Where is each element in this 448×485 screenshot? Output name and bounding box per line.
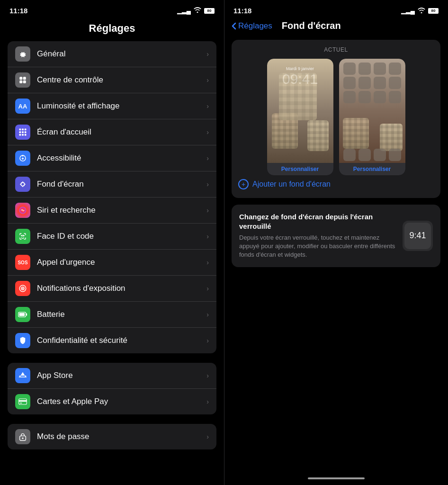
- lock-personaliser-btn[interactable]: Personnaliser: [267, 163, 333, 175]
- appstore-label: App Store: [37, 371, 206, 380]
- app-icon: [343, 63, 356, 75]
- signal-icon: ▁▂▄: [177, 7, 191, 14]
- settings-group-security: Mots de passe ›: [8, 424, 216, 449]
- app-icon: [374, 91, 386, 103]
- luminosite-label: Luminosité et affichage: [37, 101, 206, 111]
- controle-label: Centre de contrôle: [37, 75, 206, 85]
- settings-item-appstore[interactable]: App Store ›: [8, 363, 216, 389]
- siri-icon: [15, 203, 30, 218]
- home-screen-bg: [339, 59, 405, 163]
- left-status-right: ▁▂▄ 80: [177, 7, 215, 14]
- settings-item-access[interactable]: Accessibilité ›: [8, 145, 216, 171]
- batterie-label: Batterie: [37, 310, 206, 319]
- cartes-label: Cartes et Apple Pay: [37, 397, 206, 406]
- lock-screen-preview: Mardi 9 janvier 09:41: [267, 59, 333, 175]
- right-battery-icon: 80: [428, 8, 439, 14]
- tip-text: Changez de fond d'écran depuis l'écran v…: [239, 212, 397, 260]
- luminosite-icon: AA: [15, 99, 30, 114]
- dock-icon: [358, 149, 371, 161]
- appstore-chevron: ›: [206, 372, 209, 379]
- panel-divider: [224, 0, 224, 485]
- tip-title: Changez de fond d'écran depuis l'écran v…: [239, 212, 397, 231]
- back-button[interactable]: Réglages: [232, 21, 272, 31]
- tip-desc: Depuis votre écran verrouillé, touchez e…: [239, 234, 397, 260]
- right-page-title: Fond d'écran: [282, 20, 341, 31]
- back-label: Réglages: [238, 21, 272, 31]
- home-face-blur-1: [343, 118, 369, 149]
- face-blur-2: [307, 120, 329, 151]
- general-label: Général: [37, 49, 206, 59]
- app-icon: [389, 91, 401, 103]
- home-personaliser-btn[interactable]: Personnaliser: [339, 163, 405, 175]
- settings-item-notifexp[interactable]: Notifications d'exposition ›: [8, 276, 216, 302]
- right-home-indicator: [308, 477, 365, 479]
- svg-rect-6: [25, 129, 27, 131]
- settings-item-wallpaper[interactable]: Fond d'écran ›: [8, 171, 216, 198]
- app-icon: [374, 77, 386, 89]
- svg-rect-0: [19, 77, 22, 80]
- left-page-title: Réglages: [0, 18, 224, 41]
- dock-icon: [374, 149, 386, 161]
- app-icon: [389, 77, 401, 89]
- svg-point-19: [24, 185, 25, 186]
- access-chevron: ›: [206, 154, 209, 162]
- sos-label: Appel d'urgence: [37, 258, 206, 267]
- notifexp-label: Notifications d'exposition: [37, 284, 206, 293]
- settings-item-faceid[interactable]: Face ID et code ›: [8, 224, 216, 250]
- settings-item-password[interactable]: Mots de passe ›: [8, 424, 216, 449]
- ecran-icon: [15, 125, 30, 140]
- add-wallpaper-icon: +: [238, 179, 249, 189]
- svg-rect-8: [22, 131, 24, 133]
- general-icon: [15, 46, 30, 62]
- app-icon: [343, 91, 356, 103]
- app-row-2: [343, 77, 401, 89]
- add-wallpaper-row[interactable]: + Ajouter un fond d'écran: [238, 175, 434, 191]
- password-label: Mots de passe: [37, 432, 206, 441]
- right-wifi-icon: [418, 7, 425, 15]
- ecran-label: Écran d'accueil: [37, 127, 206, 137]
- svg-rect-11: [22, 134, 24, 136]
- settings-group-main: Général › Centre de contrôle › AA Lumino…: [8, 41, 216, 353]
- right-content: ACTUEL Mardi 9 janvier 09:41: [224, 36, 448, 474]
- svg-rect-28: [26, 314, 27, 316]
- notifexp-chevron: ›: [206, 285, 209, 292]
- settings-item-privacy[interactable]: Confidentialité et sécurité ›: [8, 328, 216, 353]
- svg-rect-3: [23, 81, 26, 83]
- svg-rect-1: [23, 77, 26, 80]
- svg-point-22: [24, 235, 25, 236]
- privacy-label: Confidentialité et sécurité: [37, 336, 206, 345]
- settings-item-cartes[interactable]: Cartes et Apple Pay ›: [8, 389, 216, 414]
- siri-chevron: ›: [206, 207, 209, 214]
- wallpaper-chevron: ›: [206, 180, 209, 188]
- lock-screen-bg: Mardi 9 janvier 09:41: [267, 59, 333, 163]
- cartes-icon: [15, 394, 30, 409]
- svg-point-21: [21, 235, 22, 236]
- batterie-chevron: ›: [206, 311, 209, 318]
- batterie-icon: [15, 307, 30, 322]
- svg-rect-7: [19, 131, 21, 133]
- settings-item-luminosite[interactable]: AA Luminosité et affichage ›: [8, 93, 216, 119]
- dock: [343, 149, 401, 161]
- settings-item-batterie[interactable]: Batterie ›: [8, 302, 216, 328]
- ecran-chevron: ›: [206, 128, 209, 136]
- right-panel: 11:18 ▁▂▄ 80 Réglages Fond d'écran ACTUE…: [224, 0, 448, 485]
- settings-group-apps: App Store › Cartes et Apple Pay ›: [8, 363, 216, 414]
- settings-item-sos[interactable]: SOS Appel d'urgence ›: [8, 250, 216, 276]
- settings-item-siri[interactable]: Siri et recherche ›: [8, 198, 216, 224]
- cartes-chevron: ›: [206, 398, 209, 405]
- app-icon: [358, 77, 371, 89]
- app-row-3: [343, 91, 401, 103]
- svg-rect-32: [19, 400, 27, 402]
- right-signal-icon: ▁▂▄: [401, 7, 415, 14]
- wifi-icon: [194, 7, 201, 14]
- access-label: Accessibilité: [37, 153, 206, 163]
- settings-item-controle[interactable]: Centre de contrôle ›: [8, 67, 216, 93]
- settings-item-ecran[interactable]: Écran d'accueil ›: [8, 119, 216, 145]
- controle-icon: [15, 72, 30, 88]
- home-face-blur-2: [380, 124, 403, 151]
- settings-item-general[interactable]: Général ›: [8, 41, 216, 67]
- person-blur-1: [279, 73, 317, 120]
- faceid-label: Face ID et code: [37, 232, 206, 241]
- wallpaper-label: Fond d'écran: [37, 180, 206, 189]
- svg-rect-12: [25, 134, 27, 136]
